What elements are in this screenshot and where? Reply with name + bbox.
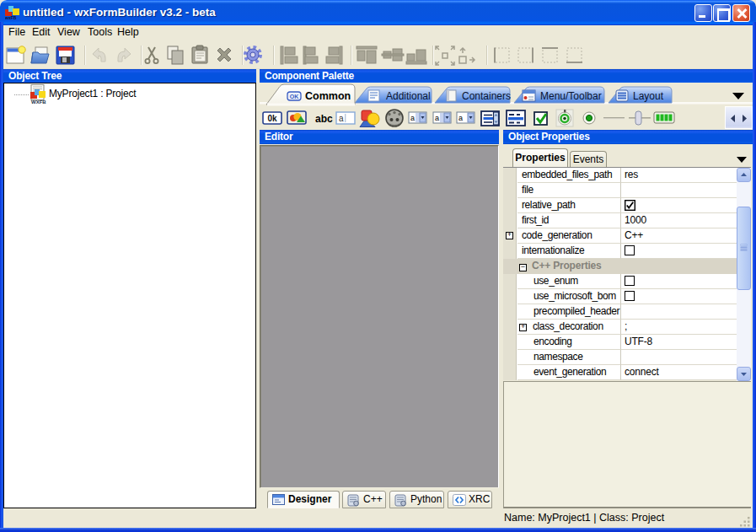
svg-text:Additional: Additional <box>386 90 431 102</box>
svg-text:0k: 0k <box>267 114 277 123</box>
svg-text:a: a <box>339 114 344 123</box>
svg-text:Common: Common <box>305 90 351 102</box>
svg-text:Menu/Toolbar: Menu/Toolbar <box>540 90 602 102</box>
svg-text:abc: abc <box>315 113 333 125</box>
svg-text:a: a <box>435 114 439 122</box>
svg-text:Containers: Containers <box>462 90 511 102</box>
svg-text:OK: OK <box>290 94 299 99</box>
svg-text:a: a <box>458 114 463 122</box>
svg-text:wxFB: wxFB <box>5 15 17 20</box>
svg-text:a: a <box>410 114 415 122</box>
svg-text:WXFB: WXFB <box>31 99 46 105</box>
svg-text:Layout: Layout <box>633 90 664 102</box>
